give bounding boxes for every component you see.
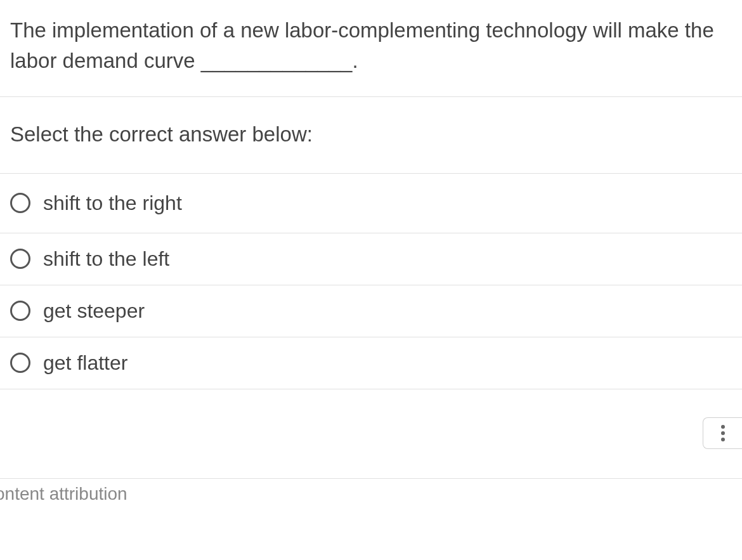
radio-icon	[10, 193, 30, 213]
attribution-section: ontent attribution	[0, 478, 742, 504]
option-row-4[interactable]: get flatter	[0, 337, 742, 389]
footer-area	[0, 389, 742, 478]
instruction-section: Select the correct answer below:	[0, 97, 742, 174]
option-label: get steeper	[43, 299, 145, 323]
question-section: The implementation of a new labor-comple…	[0, 0, 742, 97]
instruction-text: Select the correct answer below:	[10, 122, 732, 147]
question-text: The implementation of a new labor-comple…	[10, 15, 732, 76]
more-vertical-icon	[721, 425, 725, 441]
radio-icon	[10, 353, 30, 373]
option-label: shift to the right	[43, 192, 182, 215]
option-row-1[interactable]: shift to the right	[0, 174, 742, 233]
option-label: get flatter	[43, 351, 127, 375]
more-button[interactable]	[703, 417, 742, 449]
option-label: shift to the left	[43, 247, 169, 271]
radio-icon	[10, 301, 30, 321]
attribution-text: ontent attribution	[0, 484, 742, 504]
option-row-2[interactable]: shift to the left	[0, 233, 742, 285]
options-list: shift to the right shift to the left get…	[0, 174, 742, 389]
radio-icon	[10, 249, 30, 269]
option-row-3[interactable]: get steeper	[0, 285, 742, 337]
